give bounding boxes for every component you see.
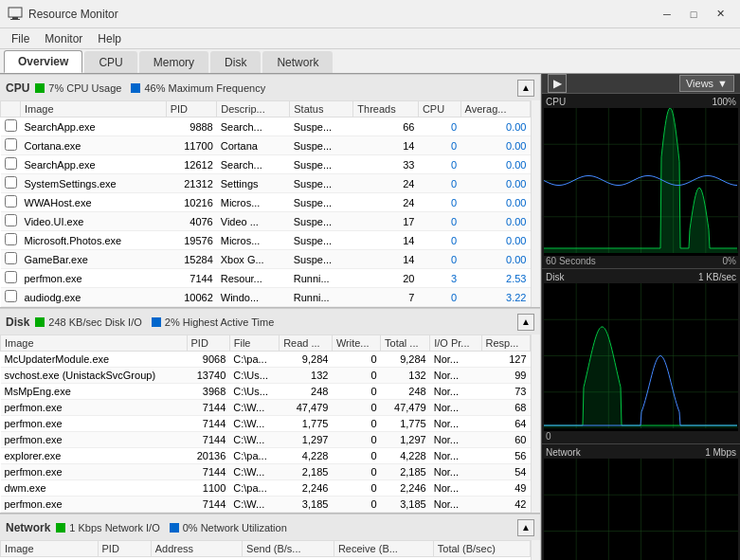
cpu-col-image: Image	[21, 101, 167, 117]
row-pid: 15284	[166, 250, 217, 269]
table-row[interactable]: perfmon.exe 7144 C:\W... 1,775 0 1,775 N…	[1, 416, 531, 432]
net-col-total: Total (B/sec)	[433, 541, 530, 557]
row-threads: 66	[353, 117, 419, 136]
row-image: audiodg.exe	[21, 288, 167, 307]
row-checkbox[interactable]	[1, 136, 21, 155]
network-stat1-label: 1 Kbps Network I/O	[69, 522, 159, 533]
row-checkbox[interactable]	[1, 174, 21, 193]
cpu-table: Image PID Descrip... Status Threads CPU …	[0, 100, 531, 307]
row-checkbox[interactable]	[1, 117, 21, 136]
disk-expand-btn[interactable]: ▲	[517, 314, 534, 331]
table-row[interactable]: Microsoft.Photos.exe 19576 Micros... Sus…	[1, 231, 531, 250]
network-expand-btn[interactable]: ▲	[517, 519, 534, 536]
network-stat2-label: 0% Network Utilization	[183, 522, 287, 533]
row-read: 1,775	[280, 416, 333, 432]
cpu-section-header[interactable]: CPU 7% CPU Usage 46% Maximum Frequency ▲	[0, 74, 540, 100]
row-checkbox[interactable]	[1, 250, 21, 269]
row-image: WWAHost.exe	[21, 193, 167, 212]
row-file: C:\W...	[229, 400, 279, 416]
disk-scrollbar[interactable]	[531, 334, 540, 513]
net-col-image: Image	[1, 541, 99, 557]
table-row[interactable]: MsMpEng.exe 3968 C:\Us... 248 0 248 Nor.…	[1, 384, 531, 400]
table-row[interactable]: dwm.exe 1100 C:\pa... 2,246 0 2,246 Nor.…	[1, 480, 531, 497]
row-cpu: 0	[418, 155, 460, 174]
tab-network[interactable]: Network	[262, 51, 333, 73]
disk-col-total: Total ...	[381, 335, 430, 352]
table-row[interactable]: Dropbox.exe 11076 162.125.1... 1,769 118…	[1, 557, 531, 561]
row-checkbox[interactable]	[1, 193, 21, 212]
cpu-expand-btn[interactable]: ▲	[517, 80, 534, 97]
table-row[interactable]: explorer.exe 20136 C:\pa... 4,228 0 4,22…	[1, 448, 531, 464]
network-section-header[interactable]: Network 1 Kbps Network I/O 0% Network Ut…	[0, 514, 540, 540]
tab-disk[interactable]: Disk	[210, 51, 261, 73]
cpu-stat1-label: 7% CPU Usage	[48, 82, 121, 94]
row-status: Suspe...	[290, 250, 353, 269]
table-row[interactable]: perfmon.exe 7144 Resour... Runni... 20 3…	[1, 269, 531, 288]
tab-overview[interactable]: Overview	[4, 50, 82, 73]
row-total: 3,185	[381, 497, 430, 513]
row-desc: Resour...	[217, 269, 290, 288]
row-avg: 0.00	[460, 231, 530, 250]
menu-help[interactable]: Help	[90, 30, 129, 47]
table-row[interactable]: SearchApp.exe 12612 Search... Suspe... 3…	[1, 155, 531, 174]
row-checkbox[interactable]	[1, 155, 21, 174]
cpu-canvas	[544, 108, 738, 253]
tab-cpu[interactable]: CPU	[84, 51, 136, 73]
table-row[interactable]: perfmon.exe 7144 C:\W... 1,297 0 1,297 N…	[1, 432, 531, 448]
table-row[interactable]: SystemSettings.exe 21312 Settings Suspe.…	[1, 174, 531, 193]
row-image: svchost.exe (UnistackSvcGroup)	[1, 368, 188, 384]
table-row[interactable]: perfmon.exe 7144 C:\W... 3,185 0 3,185 N…	[1, 497, 531, 513]
row-total: 47,479	[381, 400, 430, 416]
table-row[interactable]: perfmon.exe 7144 C:\W... 47,479 0 47,479…	[1, 400, 531, 416]
expand-right-button[interactable]: ▶	[548, 74, 567, 93]
network-chart-area	[544, 459, 738, 560]
tab-memory[interactable]: Memory	[139, 51, 208, 73]
menu-file[interactable]: File	[4, 30, 37, 47]
row-file: C:\W...	[229, 432, 279, 448]
left-panel[interactable]: CPU 7% CPU Usage 46% Maximum Frequency ▲	[0, 74, 541, 560]
network-scrollbar[interactable]	[531, 540, 540, 560]
row-total: 1,887	[433, 557, 530, 561]
minimize-button[interactable]: ─	[655, 5, 679, 24]
row-checkbox[interactable]	[1, 288, 21, 307]
disk-col-image: Image	[1, 335, 188, 352]
disk-stat1-label: 248 KB/sec Disk I/O	[48, 316, 141, 328]
disk-section-header[interactable]: Disk 248 KB/sec Disk I/O 2% Highest Acti…	[0, 308, 540, 334]
table-row[interactable]: WWAHost.exe 10216 Micros... Suspe... 24 …	[1, 193, 531, 212]
table-row[interactable]: audiodg.exe 10062 Windo... Runni... 7 0 …	[1, 288, 531, 307]
row-threads: 14	[353, 136, 419, 155]
menubar: File Monitor Help	[0, 28, 740, 49]
row-image: perfmon.exe	[1, 497, 188, 513]
row-checkbox[interactable]	[1, 231, 21, 250]
row-io: Nor...	[430, 432, 481, 448]
row-status: Suspe...	[290, 193, 353, 212]
row-pid: 7144	[166, 269, 217, 288]
row-pid: 4076	[166, 212, 217, 231]
cpu-scrollbar[interactable]	[531, 100, 540, 307]
table-row[interactable]: McUpdaterModule.exe 9068 C:\pa... 9,284 …	[1, 352, 531, 368]
row-threads: 24	[353, 174, 419, 193]
table-row[interactable]: Cortana.exe 11700 Cortana Suspe... 14 0 …	[1, 136, 531, 155]
table-row[interactable]: Video.UI.exe 4076 Video ... Suspe... 17 …	[1, 212, 531, 231]
row-addr: 162.125.1...	[151, 557, 242, 561]
row-read: 3,185	[280, 497, 333, 513]
row-total: 2,246	[381, 480, 430, 497]
svg-rect-0	[9, 8, 22, 17]
row-checkbox[interactable]	[1, 269, 21, 288]
table-row[interactable]: svchost.exe (UnistackSvcGroup) 13740 C:\…	[1, 368, 531, 384]
row-image: Video.UI.exe	[21, 212, 167, 231]
row-resp: 68	[481, 400, 531, 416]
row-io: Nor...	[430, 368, 481, 384]
maximize-button[interactable]: □	[681, 5, 706, 24]
row-pid: 7144	[187, 400, 229, 416]
disk-chart-area	[544, 283, 738, 431]
row-avg: 0.00	[460, 117, 530, 136]
table-row[interactable]: GameBar.exe 15284 Xbox G... Suspe... 14 …	[1, 250, 531, 269]
table-row[interactable]: SearchApp.exe 9888 Search... Suspe... 66…	[1, 117, 531, 136]
close-button[interactable]: ✕	[708, 5, 732, 24]
table-row[interactable]: perfmon.exe 7144 C:\W... 2,185 0 2,185 N…	[1, 464, 531, 480]
menu-monitor[interactable]: Monitor	[37, 30, 90, 47]
row-checkbox[interactable]	[1, 212, 21, 231]
window-title: Resource Monitor	[28, 8, 118, 21]
views-button[interactable]: Views ▼	[679, 75, 734, 92]
